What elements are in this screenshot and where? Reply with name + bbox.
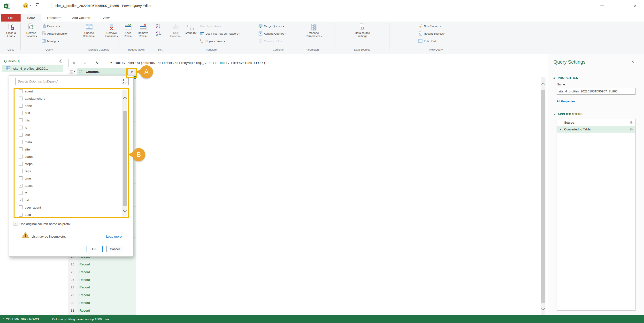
- manage-parameters-button[interactable]: Manage Parameters: [303, 22, 324, 38]
- formula-cancel-icon[interactable]: ×: [73, 61, 75, 65]
- delete-step-icon[interactable]: ×: [557, 127, 564, 131]
- minimize-button[interactable]: [594, 0, 610, 11]
- recent-sources-button[interactable]: Recent Sources: [418, 30, 445, 37]
- column-option[interactable]: done: [19, 102, 32, 109]
- checkbox[interactable]: [19, 176, 22, 180]
- replace-values-button[interactable]: 1 2 Replace Values: [200, 38, 225, 44]
- column-option[interactable]: user_agent: [19, 204, 41, 211]
- merge-queries-button[interactable]: Merge Queries: [258, 23, 284, 29]
- append-queries-button[interactable]: Append Queries: [258, 30, 286, 37]
- column-option[interactable]: time: [19, 175, 31, 182]
- column-option[interactable]: meta: [19, 138, 32, 146]
- maximize-button[interactable]: [611, 0, 626, 11]
- column-option[interactable]: id: [19, 124, 27, 131]
- column-option[interactable]: ts: [19, 189, 27, 196]
- checkbox[interactable]: [19, 205, 22, 209]
- data-source-settings-button[interactable]: ⚙ Data source settings: [351, 22, 374, 38]
- table-row[interactable]: 28Record: [68, 284, 136, 291]
- checkbox[interactable]: ✓: [19, 184, 22, 188]
- record-link[interactable]: Record: [77, 276, 136, 284]
- preview-scrollbar[interactable]: [540, 77, 546, 315]
- enter-data-button[interactable]: Enter Data: [418, 38, 437, 44]
- checkbox[interactable]: ✓: [14, 222, 18, 226]
- group-by-button[interactable]: Group By: [184, 22, 197, 35]
- column-option[interactable]: site: [19, 146, 30, 153]
- record-link[interactable]: Record: [77, 284, 136, 291]
- column-option[interactable]: hits: [19, 117, 30, 124]
- tab-file[interactable]: File: [1, 14, 20, 21]
- checkbox[interactable]: [19, 133, 22, 137]
- table-row[interactable]: 26Record: [68, 268, 136, 276]
- properties-button[interactable]: Properties: [42, 23, 60, 29]
- keep-rows-button[interactable]: Keep Rows: [122, 22, 134, 38]
- checkbox[interactable]: [19, 191, 22, 195]
- sort-columns-button[interactable]: A Z: [121, 78, 128, 85]
- checkbox[interactable]: [19, 169, 22, 173]
- collapse-queries-pane-icon[interactable]: [59, 59, 63, 63]
- checkbox[interactable]: [19, 213, 22, 217]
- close-pane-icon[interactable]: ×: [632, 59, 634, 64]
- column-option[interactable]: ✓topics: [19, 182, 33, 189]
- sort-ascending-button[interactable]: A Z: [156, 23, 162, 29]
- column-option[interactable]: last: [19, 131, 30, 138]
- checkbox[interactable]: ✓: [19, 198, 22, 202]
- load-more-link[interactable]: Load more: [106, 235, 122, 238]
- scrollbar-thumb[interactable]: [123, 111, 127, 206]
- advanced-editor-button[interactable]: Advanced Editor: [42, 30, 68, 37]
- column-option[interactable]: agent: [19, 89, 33, 95]
- refresh-preview-button[interactable]: Refresh Preview: [24, 22, 39, 38]
- checkbox[interactable]: [19, 140, 22, 144]
- column-option[interactable]: first: [19, 109, 30, 117]
- applied-step-source[interactable]: Source ⚙: [557, 119, 635, 126]
- scrollbar-thumb[interactable]: [541, 90, 545, 303]
- remove-columns-button[interactable]: Remove Columns: [104, 22, 119, 38]
- table-row[interactable]: 25Record: [68, 261, 136, 268]
- table-row[interactable]: 29Record: [68, 291, 136, 299]
- formula-accept-icon[interactable]: ✓: [84, 61, 87, 65]
- search-columns-input[interactable]: [16, 78, 118, 85]
- query-list-item[interactable]: site_4_profiles_20220...: [2, 65, 63, 72]
- column-option[interactable]: tags: [19, 167, 31, 175]
- checkbox[interactable]: [19, 89, 22, 93]
- close-window-button[interactable]: ×: [627, 0, 643, 11]
- close-and-load-button[interactable]: Close & Load: [3, 22, 19, 38]
- smiley-dropdown-icon[interactable]: ▾: [30, 4, 31, 6]
- step-settings-gear-icon[interactable]: ⚙: [630, 127, 633, 131]
- checkbox[interactable]: [19, 147, 22, 151]
- column-option[interactable]: ✓uid: [19, 196, 29, 204]
- tab-view[interactable]: View: [98, 14, 114, 21]
- column-list-scrollbar[interactable]: [122, 90, 127, 217]
- all-properties-link[interactable]: All Properties: [556, 99, 575, 103]
- formula-input[interactable]: = Table.FromList(Source, Splitter.SplitB…: [106, 59, 556, 67]
- new-source-button[interactable]: New Source: [418, 23, 441, 29]
- tab-transform[interactable]: Transform: [43, 14, 65, 21]
- combine-files-button[interactable]: Combine Files: [258, 38, 282, 44]
- checkbox[interactable]: [19, 118, 22, 122]
- properties-section-header[interactable]: PROPERTIES: [554, 76, 578, 80]
- use-original-name-option[interactable]: ✓ Use original column name as prefix: [14, 222, 70, 226]
- record-link[interactable]: Record: [77, 268, 136, 276]
- checkbox[interactable]: [19, 126, 22, 129]
- checkbox[interactable]: [19, 162, 22, 166]
- use-first-row-as-headers-button[interactable]: Use First Row as Headers: [200, 30, 240, 37]
- fx-icon[interactable]: fx: [96, 61, 98, 65]
- column-option[interactable]: steps: [19, 160, 32, 167]
- customize-toolbar-icon[interactable]: [36, 3, 39, 4]
- split-column-button[interactable]: Split Column: [168, 22, 183, 38]
- choose-columns-button[interactable]: Choose Columns: [82, 22, 96, 38]
- step-settings-gear-icon[interactable]: ⚙: [630, 120, 633, 124]
- cancel-button[interactable]: Cancel: [106, 246, 123, 252]
- select-all-corner-cell[interactable]: ▾: [68, 68, 77, 75]
- record-link[interactable]: Record: [77, 299, 136, 307]
- ok-button[interactable]: OK: [86, 246, 103, 252]
- checkbox[interactable]: [19, 104, 22, 108]
- manage-button[interactable]: Manage: [42, 38, 59, 44]
- applied-steps-section-header[interactable]: APPLIED STEPS: [554, 112, 582, 116]
- column-option[interactable]: autolaunchers: [19, 95, 45, 102]
- column-option[interactable]: uuid: [19, 211, 31, 217]
- record-link[interactable]: Record: [77, 291, 136, 299]
- query-name-input[interactable]: [556, 88, 636, 95]
- column-option[interactable]: starts: [19, 153, 33, 160]
- record-link[interactable]: Record: [77, 307, 136, 314]
- table-row[interactable]: 31Record: [68, 307, 136, 314]
